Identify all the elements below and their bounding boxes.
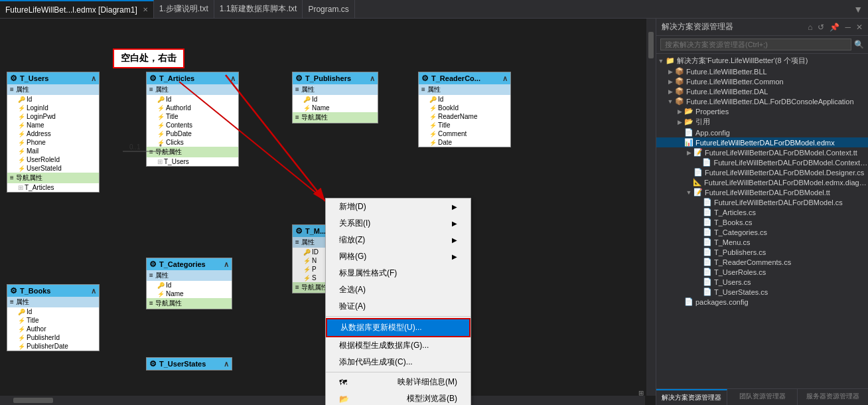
tree-item[interactable]: ▶📂Properties [656, 106, 868, 116]
tree-area[interactable]: ▼📁解决方案'Future.LifeWillBetter'(8 个项目)▶📦Fu… [656, 54, 868, 388]
ctx-gen-db[interactable]: 根据模型生成数据库(G)... [326, 337, 470, 354]
tree-item-label: T_Categories.cs [714, 228, 767, 236]
tree-item[interactable]: ▶📝FutureLifeWillBetterDALForDBModel.Cont… [656, 147, 868, 157]
entity-t-books[interactable]: ⚙ T_Books ∧ ≡ 属性 🔑 Id ⚡ Title ⚡ Author ⚡… [7, 284, 100, 351]
v-scrollbar[interactable] [646, 19, 656, 396]
tree-expand-arrow[interactable]: ▶ [666, 78, 675, 85]
h-scrollbar[interactable] [0, 396, 645, 405]
t-users-id: 🔑 Id [7, 95, 99, 104]
tree-item-label: FutureLifeWillBetterDALForDBModel.Design… [705, 169, 864, 177]
ctx-mapping[interactable]: 🗺 映射详细信息(M) [326, 374, 470, 390]
panel-close-icon[interactable]: ✕ [856, 23, 863, 32]
tree-expand-arrow[interactable]: ▼ [666, 98, 675, 105]
entity-t-articles[interactable]: ⚙ T_Articles ∧ ≡ 属性 🔑 Id ⚡ AuthorId ⚡ Ti… [146, 72, 239, 167]
ctx-relation[interactable]: 关系图(I) ▶ [326, 215, 470, 232]
panel-home-icon[interactable]: ⌂ [808, 23, 812, 32]
h-scroll-thumb[interactable] [13, 398, 53, 403]
tree-item[interactable]: 📄T_ReaderComments.cs [656, 257, 868, 267]
tab-steps[interactable]: 1.步骤说明.txt [154, 0, 214, 18]
search-input[interactable] [660, 39, 851, 50]
tree-item[interactable]: 📄T_Categories.cs [656, 227, 868, 237]
context-menu[interactable]: 新增(D) ▶ 关系图(I) ▶ 缩放(Z) ▶ 网格(G) ▶ 标显属性格式(… [325, 198, 471, 405]
search-icon[interactable]: 🔍 [854, 40, 864, 49]
tree-item[interactable]: 📄T_UserRoles.cs [656, 267, 868, 277]
entity-t-users[interactable]: ⚙ T_Users ∧ ≡ 属性 🔑 Id ⚡ LoginId ⚡ LoginP… [7, 72, 100, 193]
tree-item[interactable]: 📄T_Menu.cs [656, 237, 868, 247]
tree-item[interactable]: 📄packages.config [656, 297, 868, 307]
tree-item-label: App.config [695, 129, 730, 137]
tree-item-icon: 📂 [684, 118, 693, 126]
tree-item[interactable]: 📄T_UserStates.cs [656, 287, 868, 297]
entity-t-publishers[interactable]: ⚙ T_Publishers ∧ ≡ 属性 🔑 Id ⚡ Name ≡ 导航属性 [292, 72, 378, 123]
panel-pin-icon[interactable]: 📌 [830, 23, 839, 32]
tree-item[interactable]: ▶📂引用 [656, 116, 868, 127]
tab-diagram-close[interactable]: ✕ [143, 6, 148, 13]
diagram-canvas[interactable]: 空白处，右击 0..1 * ⚙ T_U [0, 19, 656, 405]
tree-item-label: T_Publishers.cs [714, 248, 766, 256]
t-publishers-title: T_Publishers [305, 74, 351, 82]
ctx-add-codegen[interactable]: 添加代码生成项(C)... [326, 354, 470, 370]
tree-item[interactable]: ▶📦Future.LifeWillBetter.BLL [656, 66, 868, 76]
tab-diagram[interactable]: FutureLifeWillBet...l.edmx [Diagram1] ✕ [0, 0, 154, 18]
tree-item[interactable]: 📐FutureLifeWillBetterDALForDBModel.edmx.… [656, 177, 868, 187]
tree-expand-arrow[interactable]: ▶ [675, 119, 684, 125]
tree-item[interactable]: 📄T_Publishers.cs [656, 247, 868, 257]
entity-t-readerco[interactable]: ⚙ T_ReaderCo... ∧ ≡ 属性 🔑 Id ⚡ BookId ⚡ R… [418, 72, 511, 147]
t-users-nav-section: ≡ 导航属性 [7, 173, 99, 183]
tree-item[interactable]: ▶📦Future.LifeWillBetter.Common [656, 76, 868, 86]
panel-minimize-icon[interactable]: ─ [845, 23, 851, 32]
tab-program[interactable]: Program.cs [303, 0, 354, 18]
tree-item[interactable]: 📄FutureLifeWillBetterDALForDBModel.Desig… [656, 167, 868, 177]
entity-t-categories[interactable]: ⚙ T_Categories ∧ ≡ 属性 🔑 Id ⚡ Name ≡ 导航属性 [146, 258, 232, 309]
t-users-title: T_Users [20, 74, 48, 82]
tree-item[interactable]: 📄FutureLifeWillBetterDALForDBModel.cs [656, 197, 868, 207]
panel-refresh-icon[interactable]: ↺ [818, 23, 824, 32]
tree-expand-arrow[interactable]: ▶ [666, 68, 675, 75]
tree-item-icon: 📄 [693, 168, 703, 177]
entity-t-userstates[interactable]: ⚙ T_UserStates ∧ [146, 357, 232, 370]
panel-tab-solution[interactable]: 解决方案资源管理器 [656, 389, 727, 405]
ctx-add[interactable]: 新增(D) ▶ [326, 199, 470, 215]
v-scroll-thumb[interactable] [648, 32, 654, 58]
ctx-validate[interactable]: 验证(A) [326, 298, 470, 315]
panel-toggle[interactable]: ⊞ [638, 390, 645, 396]
ctx-select-all[interactable]: 全选(A) [326, 282, 470, 298]
tree-item-icon: 📄 [702, 158, 711, 167]
tree-item[interactable]: 📊FutureLifeWillBetterDALForDBModel.edmx [656, 137, 868, 147]
tree-item-icon: 📦 [675, 67, 684, 76]
tree-expand-arrow[interactable]: ▶ [675, 108, 684, 115]
panel-tab-server[interactable]: 服务器资源管理器 [798, 389, 868, 405]
tree-item-label: FutureLifeWillBetterDALForDBModel.tt [705, 189, 830, 197]
tree-expand-arrow[interactable]: ▼ [656, 58, 666, 64]
ctx-format[interactable]: 标显属性格式(F) [326, 265, 470, 282]
panel-tab-team[interactable]: 团队资源管理器 [727, 389, 798, 405]
tree-expand-arrow[interactable]: ▶ [666, 88, 675, 95]
ctx-model-browser[interactable]: 📂 模型浏览器(B) [326, 390, 470, 405]
tree-item[interactable]: 📄FutureLifeWillBetterDALForDBModel.Conte… [656, 157, 868, 167]
ctx-grid[interactable]: 网格(G) ▶ [326, 248, 470, 265]
ctx-zoom[interactable]: 缩放(Z) ▶ [326, 232, 470, 248]
tree-item[interactable]: ▼📦Future.LifeWillBetter.DAL.ForDBConsole… [656, 96, 868, 106]
ctx-relation-arrow: ▶ [452, 220, 457, 227]
tree-item[interactable]: 📄T_Articles.cs [656, 207, 868, 217]
tree-expand-arrow[interactable]: ▶ [684, 149, 693, 156]
tree-item[interactable]: 📄App.config [656, 127, 868, 137]
t-readerco-props-section: ≡ 属性 [419, 84, 510, 95]
ctx-add-arrow: ▶ [452, 203, 457, 210]
tree-item-icon: 📁 [666, 56, 675, 65]
t-readerco-title: ⚡ Title [419, 121, 510, 129]
ctx-update-from-db[interactable]: 从数据库更新模型(U)... [326, 318, 470, 337]
t-users-props-section: ≡ 属性 [7, 84, 99, 95]
tree-expand-arrow[interactable]: ▼ [684, 189, 693, 196]
main-area: 空白处，右击 0..1 * ⚙ T_U [0, 19, 868, 405]
t-userstates-title: T_UserStates [159, 360, 206, 368]
tree-item[interactable]: ▼📝FutureLifeWillBetterDALForDBModel.tt [656, 187, 868, 197]
tree-item[interactable]: 📄T_Users.cs [656, 277, 868, 287]
tree-item[interactable]: ▶📦Future.LifeWillBetter.DAL [656, 86, 868, 96]
tab-sql[interactable]: 1.1新建数据库脚本.txt [214, 0, 303, 18]
tree-item[interactable]: 📄T_Books.cs [656, 217, 868, 227]
tree-item-label: T_Menu.cs [714, 238, 750, 246]
tree-item[interactable]: ▼📁解决方案'Future.LifeWillBetter'(8 个项目) [656, 55, 868, 66]
tab-program-label: Program.cs [308, 5, 348, 14]
tree-item-icon: 📄 [703, 248, 712, 256]
